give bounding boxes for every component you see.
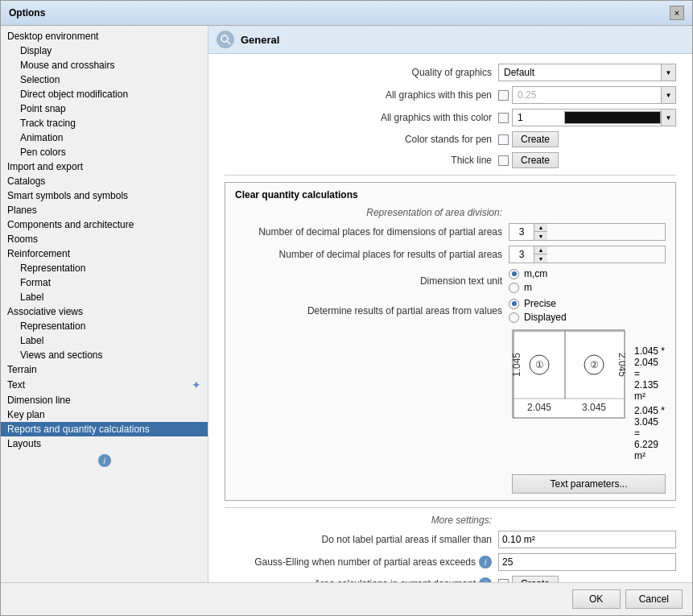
svg-text:2.045: 2.045 bbox=[527, 402, 551, 413]
decimal-dim-up[interactable]: ▲ bbox=[534, 224, 547, 232]
sidebar-item-key-plan[interactable]: Key plan bbox=[1, 407, 208, 422]
no-label-label: Do not label partial areas if smaller th… bbox=[225, 534, 498, 545]
dialog-title: Options bbox=[9, 7, 45, 19]
decimal-result-arrows: ▲ ▼ bbox=[534, 246, 547, 263]
thick-line-control: Create bbox=[498, 152, 676, 168]
decimal-dim-spinner[interactable]: ▲ ▼ bbox=[509, 223, 666, 241]
sidebar-item-views-sections[interactable]: Views and sections bbox=[1, 348, 208, 362]
info-icon: i bbox=[98, 454, 111, 467]
determine-label: Determine results of partial areas from … bbox=[235, 305, 509, 316]
options-dialog: Options × Desktop environment Display Mo… bbox=[0, 0, 693, 616]
formula-2: 2.045 * 3.045 = 6.229 m² bbox=[634, 405, 666, 461]
quality-label: Quality of graphics bbox=[225, 67, 498, 78]
svg-line-1 bbox=[227, 41, 230, 44]
svg-point-0 bbox=[221, 35, 228, 42]
color-stands-checkbox[interactable] bbox=[498, 134, 509, 145]
sidebar-item-reinforcement[interactable]: Reinforcement bbox=[1, 246, 208, 261]
text-params-row: Text parameters... bbox=[512, 468, 666, 494]
gauss-label-text: Gauss-Elling when number of partial area… bbox=[254, 556, 476, 568]
ok-button[interactable]: OK bbox=[572, 589, 621, 609]
color-label: All graphics with this color bbox=[225, 112, 498, 123]
text-label: Text bbox=[7, 379, 25, 391]
sidebar-item-terrain[interactable]: Terrain bbox=[1, 362, 208, 377]
sidebar-item-direct-object[interactable]: Direct object modification bbox=[1, 87, 208, 101]
dim-unit-radio-mcm[interactable] bbox=[509, 269, 519, 279]
content-area: General Quality of graphics Default ▼ Al… bbox=[208, 26, 692, 582]
dim-unit-opt2-label: m bbox=[524, 282, 532, 293]
decimal-result-down[interactable]: ▼ bbox=[534, 254, 547, 263]
color-checkbox[interactable] bbox=[498, 113, 509, 123]
quality-dropdown-arrow: ▼ bbox=[661, 64, 675, 81]
color-stands-label: Color stands for pen bbox=[225, 134, 498, 145]
decimal-dim-control: ▲ ▼ bbox=[509, 223, 666, 241]
dim-unit-radio-m[interactable] bbox=[509, 283, 519, 293]
decimal-dim-input[interactable] bbox=[509, 224, 534, 240]
sidebar-item-catalogs[interactable]: Catalogs bbox=[1, 174, 208, 188]
sidebar-item-dimension-line[interactable]: Dimension line bbox=[1, 393, 208, 407]
rep-area-label: Representation of area division: bbox=[235, 207, 509, 218]
decimal-dim-row: Number of decimal places for dimensions … bbox=[235, 223, 666, 241]
color-dropdown[interactable]: 1 ▼ bbox=[512, 109, 676, 126]
sidebar-item-label2[interactable]: Label bbox=[1, 333, 208, 348]
sidebar-item-pen-colors[interactable]: Pen colors bbox=[1, 145, 208, 159]
sidebar-item-representation2[interactable]: Representation bbox=[1, 319, 208, 333]
gauss-label: Gauss-Elling when number of partial area… bbox=[225, 556, 498, 568]
sidebar-item-format[interactable]: Format bbox=[1, 275, 208, 290]
more-settings-row: More settings: bbox=[225, 515, 676, 526]
determine-radio-displayed[interactable] bbox=[509, 312, 519, 323]
area-diagram: ① ② 2.045 3.045 1.045 2.045 bbox=[512, 329, 625, 418]
thick-line-checkbox[interactable] bbox=[498, 155, 509, 166]
pen-dropdown[interactable]: 0.25 ▼ bbox=[512, 86, 676, 104]
svg-text:1.045: 1.045 bbox=[513, 353, 522, 377]
determine-radio-precise[interactable] bbox=[509, 299, 519, 309]
sidebar-item-track-tracing[interactable]: Track tracing bbox=[1, 116, 208, 130]
sidebar-item-label[interactable]: Label bbox=[1, 290, 208, 304]
rep-area-row: Representation of area division: bbox=[235, 207, 666, 218]
text-params-button[interactable]: Text parameters... bbox=[512, 474, 666, 494]
sidebar-item-reports-qty[interactable]: Reports and quantity calculations bbox=[1, 422, 208, 436]
pen-value: 0.25 bbox=[513, 88, 661, 102]
sidebar-item-animation[interactable]: Animation bbox=[1, 130, 208, 145]
determine-precise-row: Precise bbox=[509, 298, 666, 309]
gauss-input[interactable] bbox=[498, 553, 676, 571]
decimal-result-spinner[interactable]: ▲ ▼ bbox=[509, 246, 666, 263]
cancel-button[interactable]: Cancel bbox=[625, 589, 683, 609]
sidebar-item-mouse-crosshairs[interactable]: Mouse and crosshairs bbox=[1, 58, 208, 72]
section-title: General bbox=[241, 34, 279, 46]
sidebar-item-display[interactable]: Display bbox=[1, 43, 208, 58]
decimal-result-up[interactable]: ▲ bbox=[534, 246, 547, 254]
sidebar-item-rooms[interactable]: Rooms bbox=[1, 232, 208, 246]
no-label-input[interactable] bbox=[498, 531, 676, 548]
decimal-result-input[interactable] bbox=[509, 246, 534, 263]
sidebar-item-selection[interactable]: Selection bbox=[1, 72, 208, 87]
quality-dropdown[interactable]: Default ▼ bbox=[498, 64, 676, 81]
determine-displayed-label: Displayed bbox=[524, 312, 567, 323]
sidebar-item-desktop-env[interactable]: Desktop environment bbox=[1, 29, 208, 43]
sidebar-item-smart-symbols[interactable]: Smart symbols and symbols bbox=[1, 188, 208, 203]
dim-unit-row: Dimension text unit m,cm m bbox=[235, 268, 666, 293]
sidebar-item-planes[interactable]: Planes bbox=[1, 203, 208, 217]
decimal-dim-down[interactable]: ▼ bbox=[534, 232, 547, 240]
gauss-row: Gauss-Elling when number of partial area… bbox=[225, 553, 676, 571]
thick-line-row: Thick line Create bbox=[225, 152, 676, 168]
svg-text:2.045: 2.045 bbox=[617, 353, 625, 377]
area-calc-create-button[interactable]: Create bbox=[512, 576, 559, 582]
color-num: 1 bbox=[513, 110, 564, 125]
pen-checkbox[interactable] bbox=[498, 90, 509, 101]
dialog-footer: OK Cancel bbox=[1, 582, 692, 615]
sidebar-item-layouts[interactable]: Layouts bbox=[1, 436, 208, 451]
sidebar-item-components-arch[interactable]: Components and architecture bbox=[1, 217, 208, 232]
decimal-result-control: ▲ ▼ bbox=[509, 246, 666, 263]
color-stands-create-button[interactable]: Create bbox=[512, 131, 559, 147]
quality-value: Default bbox=[499, 65, 661, 80]
color-swatch bbox=[564, 111, 661, 124]
quality-control: Default ▼ bbox=[498, 64, 676, 81]
thick-line-create-button[interactable]: Create bbox=[512, 152, 559, 168]
sidebar-item-text[interactable]: Text ✦ bbox=[1, 377, 208, 393]
sidebar-item-import-export[interactable]: Import and export bbox=[1, 159, 208, 174]
close-button[interactable]: × bbox=[670, 6, 684, 20]
svg-text:①: ① bbox=[535, 359, 544, 370]
sidebar-item-point-snap[interactable]: Point snap bbox=[1, 101, 208, 116]
sidebar-item-associative-views[interactable]: Associative views bbox=[1, 304, 208, 319]
sidebar-item-representation[interactable]: Representation bbox=[1, 261, 208, 275]
